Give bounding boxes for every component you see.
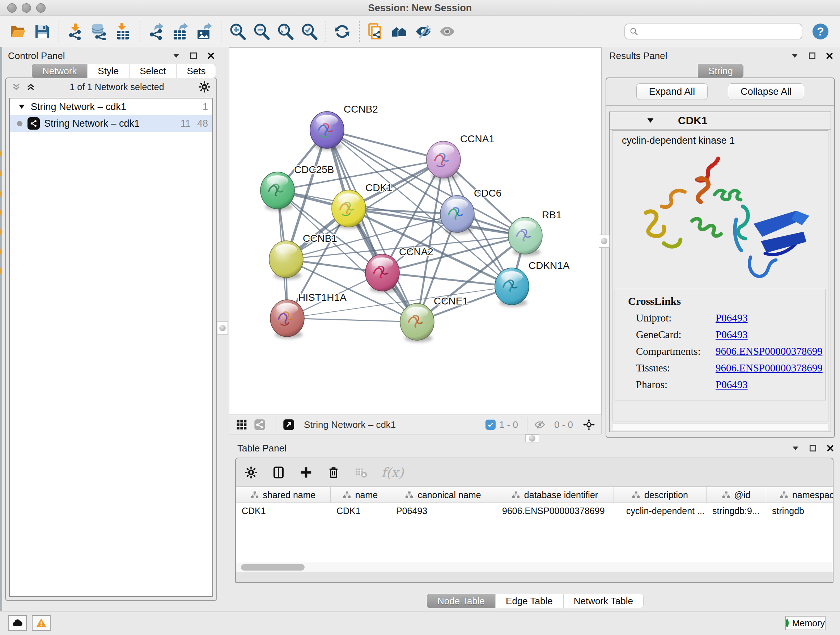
zoom-in-button[interactable]: [227, 21, 248, 42]
network-options-gear-icon[interactable]: [198, 81, 210, 93]
tab-network-table[interactable]: Network Table: [563, 594, 644, 608]
first-neighbors-button[interactable]: [389, 21, 409, 42]
network-node[interactable]: [400, 303, 434, 342]
close-panel-icon[interactable]: [207, 52, 215, 60]
tree-expander-icon[interactable]: [18, 103, 26, 111]
import-table-from-file-button[interactable]: [113, 21, 133, 42]
zoom-window-button[interactable]: [36, 3, 46, 13]
tab-node-table[interactable]: Node Table: [427, 594, 495, 608]
table-cell[interactable]: stringdb: [766, 503, 833, 519]
network-node[interactable]: [269, 241, 303, 279]
column-header[interactable]: database identifier: [496, 487, 614, 502]
crosslink-link[interactable]: 9606.ENSP00000378699: [715, 345, 823, 357]
right-splitter-handle[interactable]: [599, 234, 609, 248]
hide-selected-button[interactable]: [413, 21, 433, 42]
network-node[interactable]: [426, 141, 461, 180]
collapse-all-icon[interactable]: [11, 82, 21, 92]
collapse-entry-icon[interactable]: [646, 116, 655, 125]
tab-style[interactable]: Style: [87, 64, 129, 78]
table-cell[interactable]: stringdb:9...: [706, 503, 766, 519]
crosslink-link[interactable]: 9606.ENSP00000378699: [715, 362, 823, 374]
birdseye-grid-icon[interactable]: [234, 417, 249, 432]
panel-menu-icon[interactable]: [791, 444, 799, 452]
close-panel-icon[interactable]: [826, 444, 834, 452]
zoom-selected-button[interactable]: [299, 21, 319, 42]
show-all-button[interactable]: [437, 21, 457, 42]
add-column-icon[interactable]: [299, 465, 313, 480]
node-result-header[interactable]: CDK1: [610, 112, 831, 130]
network-share-icon[interactable]: [253, 417, 267, 432]
close-panel-icon[interactable]: [826, 52, 834, 60]
warning-status-button[interactable]: [32, 615, 51, 631]
minimize-window-button[interactable]: [22, 3, 31, 13]
scrollbar-thumb[interactable]: [241, 564, 305, 570]
tab-sets[interactable]: Sets: [176, 64, 216, 78]
search-input[interactable]: [638, 27, 797, 36]
network-node[interactable]: [495, 268, 529, 307]
crosslink-link[interactable]: P06493: [715, 329, 748, 340]
tab-network[interactable]: Network: [32, 64, 87, 78]
export-image-button[interactable]: [194, 21, 214, 42]
bottom-splitter-handle[interactable]: [525, 434, 539, 442]
show-columns-icon[interactable]: [271, 465, 286, 480]
table-cell[interactable]: 9606.ENSP00000378699: [496, 503, 614, 519]
delete-column-icon[interactable]: [326, 465, 341, 480]
open-in-window-icon[interactable]: [281, 417, 296, 432]
table-options-gear-icon[interactable]: [244, 465, 258, 480]
column-header[interactable]: canonical name: [390, 487, 496, 502]
zoom-out-button[interactable]: [251, 21, 271, 42]
table-cell[interactable]: P06493: [390, 503, 496, 519]
column-header[interactable]: shared name: [236, 487, 331, 502]
crosslink-link[interactable]: P06493: [715, 312, 748, 324]
memory-button[interactable]: Memory: [785, 616, 826, 630]
table-horizontal-scrollbar[interactable]: [236, 562, 833, 572]
apply-layout-button[interactable]: [332, 21, 352, 42]
float-panel-icon[interactable]: [189, 52, 197, 60]
new-network-from-selection-button[interactable]: [365, 21, 386, 42]
panel-menu-icon[interactable]: [791, 52, 799, 60]
panel-menu-icon[interactable]: [172, 52, 180, 60]
tab-edge-table[interactable]: Edge Table: [495, 594, 563, 608]
export-network-button[interactable]: [146, 21, 166, 42]
tab-string[interactable]: String: [698, 64, 744, 78]
expand-all-icon[interactable]: [26, 82, 35, 92]
table-cell[interactable]: CDK1: [236, 503, 331, 519]
network-node[interactable]: [332, 190, 366, 229]
table-cell[interactable]: CDK1: [331, 503, 390, 519]
network-node[interactable]: [440, 195, 474, 234]
collapse-all-button[interactable]: Collapse All: [728, 83, 804, 100]
column-header[interactable]: namespace: [766, 487, 833, 502]
float-panel-icon[interactable]: [809, 444, 817, 452]
table-cell[interactable]: cyclin-dependent ...: [614, 503, 706, 519]
network-node[interactable]: [270, 300, 304, 339]
tab-select[interactable]: Select: [129, 64, 176, 78]
import-network-from-database-button[interactable]: [89, 21, 109, 42]
close-window-button[interactable]: [7, 3, 17, 13]
crosslink-link[interactable]: P06493: [715, 379, 748, 391]
open-session-button[interactable]: [8, 21, 28, 42]
fit-content-crosshair-icon[interactable]: [582, 417, 596, 432]
selected-indicator-checkbox[interactable]: [485, 420, 496, 430]
network-collection-row[interactable]: String Network – cdk1 1: [10, 98, 212, 115]
network-canvas[interactable]: CCNB2CCNA1CDC25BCDK1CDC6RB1CCNB1CCNA2CDK…: [229, 48, 602, 415]
cloud-status-button[interactable]: [8, 615, 27, 631]
left-splitter-handle[interactable]: [217, 321, 228, 334]
import-network-from-file-button[interactable]: [65, 21, 85, 42]
column-header[interactable]: name: [331, 487, 390, 502]
network-row[interactable]: String Network – cdk1 11 48: [10, 115, 212, 132]
expand-all-button[interactable]: Expand All: [636, 83, 708, 100]
zoom-fit-button[interactable]: [275, 21, 295, 42]
network-edge[interactable]: [287, 318, 417, 322]
network-node[interactable]: [508, 217, 542, 256]
float-panel-icon[interactable]: [808, 52, 816, 60]
network-node[interactable]: [365, 254, 399, 293]
help-button[interactable]: ?: [812, 23, 829, 40]
network-edge[interactable]: [382, 272, 512, 287]
column-header[interactable]: description: [614, 487, 706, 502]
network-node[interactable]: [261, 172, 294, 211]
results-scroll-track[interactable]: [612, 424, 829, 430]
save-session-button[interactable]: [32, 21, 52, 42]
export-table-button[interactable]: [170, 21, 190, 42]
column-header[interactable]: @id: [706, 487, 766, 502]
table-row[interactable]: CDK1CDK1P064939606.ENSP00000378699cyclin…: [236, 503, 833, 519]
